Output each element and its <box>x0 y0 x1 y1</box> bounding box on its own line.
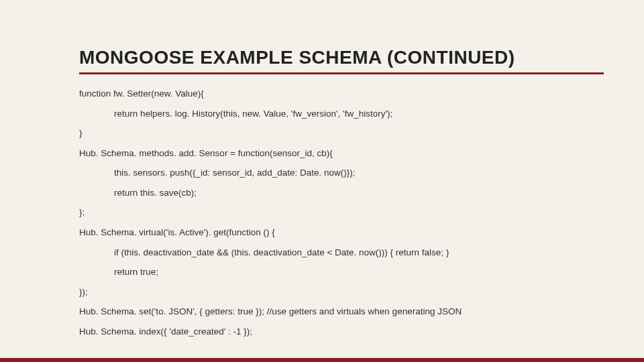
code-line: if (this. deactivation_date && (this. de… <box>79 243 604 263</box>
code-line: }); <box>79 282 604 302</box>
code-line: Hub. Schema. virtual('is. Active'). get(… <box>79 223 604 243</box>
code-line: return true; <box>79 262 604 282</box>
code-line: Hub. Schema. set('to. JSON', { getters: … <box>79 302 604 322</box>
code-line: Hub. Schema. methods. add. Sensor = func… <box>79 143 604 164</box>
code-line: return this. save(cb); <box>79 183 604 203</box>
code-line: Hub. Schema. index({ 'date_created' : -1… <box>79 322 604 342</box>
code-line: } <box>79 123 604 143</box>
slide: MONGOOSE EXAMPLE SCHEMA (CONTINUED) func… <box>0 0 644 362</box>
code-line: return helpers. log. History(this, new. … <box>79 104 604 124</box>
slide-content: MONGOOSE EXAMPLE SCHEMA (CONTINUED) func… <box>79 47 604 342</box>
slide-title: MONGOOSE EXAMPLE SCHEMA (CONTINUED) <box>79 47 604 74</box>
code-block: function fw. Setter(new. Value){ return … <box>79 84 604 341</box>
code-line: this. sensors. push({_id: sensor_id, add… <box>79 163 604 183</box>
code-line: function fw. Setter(new. Value){ <box>79 84 604 104</box>
code-line: }; <box>79 202 604 223</box>
